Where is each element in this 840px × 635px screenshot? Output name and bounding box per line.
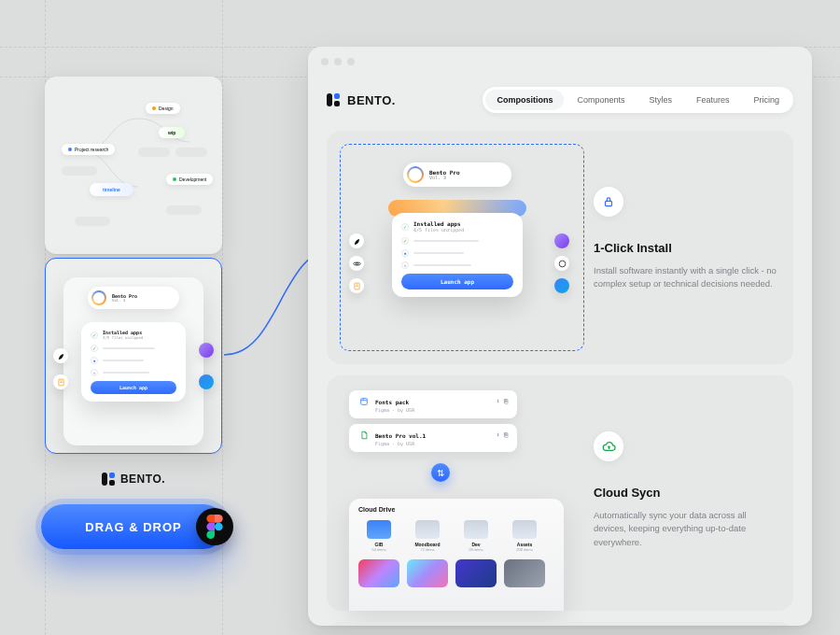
figma-icon: [196, 508, 233, 545]
orbit-icon: [349, 256, 364, 271]
leaf-icon: [53, 348, 68, 363]
brand-name: BENTO.: [120, 473, 165, 486]
circle-icon: [554, 256, 569, 271]
nav-compositions[interactable]: Compositions: [485, 90, 564, 110]
site-brand[interactable]: BENTO.: [327, 93, 396, 107]
feature-title: Cloud Sycn: [594, 486, 777, 500]
file-name: Fonts pack: [375, 399, 409, 405]
preview-card-install-selected[interactable]: Bento Pro Vol. 3 ✓ Installed apps 4/5 fi…: [45, 258, 222, 454]
document-icon: [53, 374, 68, 389]
feature-card-peek: [327, 622, 793, 626]
gem-icon: [554, 233, 569, 248]
file-meta: Figma · by USR: [375, 407, 508, 413]
preview-card-graph[interactable]: Project research timeline Design wip Dev…: [45, 77, 222, 254]
graph-node-wip: wip: [159, 127, 185, 138]
feature-card-cloud: Fonts pack ⬇︎ ⎘ Figma · by USR Bento Pro…: [327, 375, 793, 611]
svg-rect-6: [606, 201, 612, 205]
folder-item[interactable]: GIB 54 items: [358, 520, 399, 552]
file-meta: Figma · by USR: [375, 441, 508, 446]
download-icon[interactable]: ⬇︎ ⎘: [497, 431, 508, 439]
folder-icon: [367, 520, 391, 539]
brand-row: BENTO.: [45, 459, 222, 499]
asset-thumb[interactable]: [455, 559, 497, 587]
folder-icon: [512, 520, 537, 539]
installed-apps-title: Installed apps: [413, 220, 464, 227]
bento-logo-icon: [102, 473, 115, 486]
sync-icon: ⇅: [431, 463, 450, 482]
svg-point-1: [215, 523, 223, 531]
brand-name: BENTO.: [347, 93, 396, 107]
nav-styles[interactable]: Styles: [637, 90, 683, 110]
graph-node-research: Project research: [62, 144, 115, 155]
asset-thumb[interactable]: [407, 559, 448, 587]
cloud-panel-title: Cloud Drive: [358, 506, 554, 513]
svg-point-5: [559, 261, 566, 267]
file-name: Bento Pro vol.1: [375, 432, 426, 439]
browser-window: BENTO. Compositions Components Styles Fe…: [308, 47, 812, 626]
folder-item[interactable]: Assets 200 items: [504, 520, 545, 552]
launch-app-button[interactable]: Launch app: [91, 381, 176, 394]
feature-title: 1-Click Install: [594, 241, 777, 255]
graph-node-development: Development: [166, 174, 213, 185]
archive-icon: [358, 396, 370, 407]
file-row[interactable]: Bento Pro vol.1 ⬇︎ ⎘ Figma · by USR: [349, 424, 517, 452]
nav-pricing[interactable]: Pricing: [742, 90, 791, 110]
graph-node-ghost: [75, 217, 110, 226]
drop-icon: [554, 278, 569, 293]
nav-components[interactable]: Components: [566, 90, 636, 110]
installed-apps-sub: 4/5 files unzipped: [413, 227, 464, 233]
asset-thumb[interactable]: [504, 559, 545, 587]
graph-node-ghost: [166, 205, 202, 215]
launch-app-button[interactable]: Launch app: [401, 274, 513, 289]
svg-rect-7: [361, 399, 368, 405]
document-icon: [349, 278, 364, 293]
folder-item[interactable]: Moodboard 72 items: [407, 520, 448, 552]
graph-node-ghost: [62, 166, 97, 176]
graph-node-ghost: [138, 148, 170, 157]
cloud-drive-panel[interactable]: Cloud Drive GIB 54 items Moodboard 72 it…: [349, 499, 564, 611]
drop-icon: [199, 374, 214, 389]
feature-desc: Automatically sync your data across all …: [594, 509, 777, 549]
download-icon[interactable]: ⬇︎ ⎘: [497, 398, 508, 405]
bento-logo-icon: [327, 93, 340, 106]
feature-desc: Install software instantly with a single…: [594, 264, 777, 291]
installed-apps-sub: 4/5 files unzipped: [103, 335, 143, 340]
graph-node-design: Design: [146, 103, 180, 114]
product-version: Vol. 3: [112, 299, 137, 303]
main-nav: Compositions Components Styles Features …: [483, 87, 793, 113]
leaf-icon: [349, 233, 364, 248]
nav-features[interactable]: Features: [685, 90, 741, 110]
drag-and-drop-label: DRAG & DROP: [85, 520, 181, 534]
folder-item[interactable]: Dev 09 items: [455, 520, 497, 552]
product-version: Vol. 3: [429, 176, 460, 180]
drag-and-drop-button[interactable]: DRAG & DROP: [41, 504, 226, 549]
asset-thumb[interactable]: [358, 559, 399, 587]
cloud-up-icon: [594, 431, 623, 461]
svg-point-2: [356, 262, 357, 264]
feature-card-install: Bento Pro Vol. 3 ✓ Installed apps 4/5 fi…: [327, 131, 793, 364]
graph-node-timeline: timeline: [90, 183, 133, 196]
figma-preview-column: Project research timeline Design wip Dev…: [45, 77, 222, 499]
graph-node-ghost: [175, 148, 207, 157]
lock-icon: [594, 187, 623, 217]
folder-icon: [464, 520, 488, 539]
gem-icon: [199, 343, 214, 358]
doc-icon: [358, 430, 370, 441]
file-row[interactable]: Fonts pack ⬇︎ ⎘ Figma · by USR: [349, 390, 517, 418]
folder-icon: [415, 520, 440, 539]
window-traffic-lights: [321, 58, 355, 65]
